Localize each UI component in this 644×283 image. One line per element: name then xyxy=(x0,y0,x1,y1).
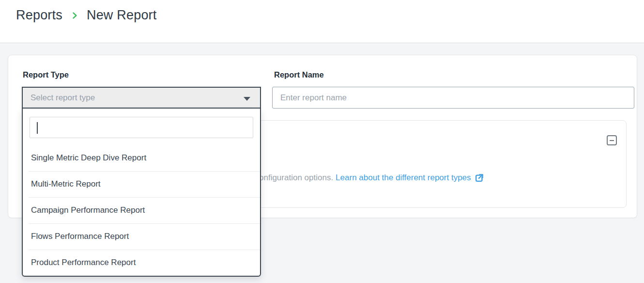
new-report-page: Reports New Report Report Type Report Na… xyxy=(0,0,644,283)
report-type-option[interactable]: Multi-Metric Report xyxy=(23,171,260,197)
breadcrumb: Reports New Report xyxy=(16,6,157,24)
learn-about-report-types-link[interactable]: Learn about the different report types xyxy=(336,172,483,184)
report-type-label: Report Type xyxy=(23,70,69,79)
report-type-option[interactable]: Product Performance Report xyxy=(23,250,260,276)
external-link-icon xyxy=(475,173,484,183)
chevron-right-icon xyxy=(70,11,79,20)
learn-link-label: Learn about the different report types xyxy=(336,172,471,184)
report-name-label: Report Name xyxy=(274,70,324,79)
report-type-option[interactable]: Single Metric Deep Dive Report xyxy=(23,145,260,171)
report-type-select[interactable]: Select report type xyxy=(22,87,261,109)
text-cursor xyxy=(37,122,38,134)
info-text-fragment: onfiguration options. xyxy=(259,172,333,184)
report-type-combobox: Select report type Single Metric Deep Di… xyxy=(22,87,261,109)
caret-down-icon xyxy=(244,97,250,101)
report-type-select-placeholder: Select report type xyxy=(31,93,95,103)
report-name-input[interactable] xyxy=(272,87,634,109)
breadcrumb-reports-link[interactable]: Reports xyxy=(16,8,62,23)
breadcrumb-current-page: New Report xyxy=(87,8,157,23)
minus-square-icon[interactable] xyxy=(607,135,617,145)
new-report-card: Report Type Report Name onfiguration opt… xyxy=(8,55,637,218)
report-type-option[interactable]: Flows Performance Report xyxy=(23,223,260,250)
page-header: Reports New Report xyxy=(0,0,644,43)
info-text-line: onfiguration options. Learn about the di… xyxy=(259,172,484,184)
dropdown-search-input[interactable] xyxy=(30,117,253,138)
report-type-dropdown: Single Metric Deep Dive Report Multi-Met… xyxy=(22,109,261,277)
report-type-option[interactable]: Campaign Performance Report xyxy=(23,197,260,223)
report-type-options-list: Single Metric Deep Dive Report Multi-Met… xyxy=(23,145,260,276)
